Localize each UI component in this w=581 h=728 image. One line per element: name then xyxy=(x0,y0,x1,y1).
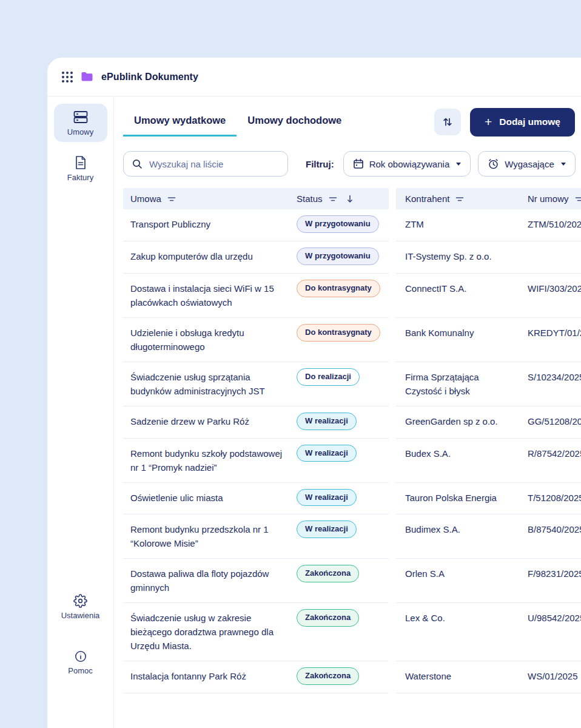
status-badge: W realizacji xyxy=(297,521,357,538)
column-label: Umowa xyxy=(130,194,161,204)
contract-number: ZTM/510/2025 xyxy=(528,219,581,229)
contractor-name: ConnectIT S.A. xyxy=(405,283,466,294)
status-badge: Zakończona xyxy=(297,565,359,582)
contract-name: Dostawa i instalacja sieci WiFi w 15 pla… xyxy=(130,283,274,308)
sidebar-item-label: Pomoc xyxy=(68,666,92,675)
contract-name: Transport Publiczny xyxy=(130,219,210,229)
contractor-name: GreenGarden sp z o.o. xyxy=(405,416,498,426)
contract-number: WS/01/2025 xyxy=(528,671,578,681)
status-badge: Do kontrasygnaty xyxy=(297,324,380,342)
invoice-document-icon xyxy=(74,155,87,170)
sort-order-button[interactable] xyxy=(434,109,461,135)
contractor-name: Lex & Co. xyxy=(405,613,445,623)
contract-number: S/10234/2025 xyxy=(528,372,581,382)
sidebar-item-ustawienia[interactable]: Ustawienia xyxy=(54,588,107,625)
sidebar-item-label: Faktury xyxy=(67,173,93,182)
plus-icon: + xyxy=(485,115,492,128)
table-row[interactable]: Instalacja fontanny Park Róż Zakończona … xyxy=(123,661,581,693)
column-header-umowa[interactable]: Umowa xyxy=(123,188,297,209)
contract-number: R/87542/2025 xyxy=(528,448,581,459)
search-icon xyxy=(132,158,143,169)
contract-number: WIFI/303/2025 xyxy=(528,283,581,294)
chevron-down-icon xyxy=(456,163,461,166)
main-content: Umowy wydatkowe Umowy dochodowe + Dodaj … xyxy=(114,96,581,728)
tab-umowy-dochodowe[interactable]: Umowy dochodowe xyxy=(237,107,352,136)
table-row[interactable]: Zakup komputerów dla urzędu W przygotowa… xyxy=(123,241,581,274)
column-header-kontrahent[interactable]: Kontrahent xyxy=(396,188,520,209)
status-badge: Zakończona xyxy=(297,667,359,685)
contract-name: Świadczenie usług w zakresie bieżącego d… xyxy=(130,613,274,651)
search-box[interactable] xyxy=(123,151,288,177)
status-badge: W przygotowaniu xyxy=(297,248,379,265)
app-header: ePublink Dokumenty xyxy=(47,58,581,96)
calendar-icon xyxy=(353,158,364,169)
sidebar: Umowy Faktury xyxy=(47,96,114,728)
filter-year-dropdown[interactable]: Rok obowiązywania xyxy=(343,151,471,177)
tabs-row: Umowy wydatkowe Umowy dochodowe + Dodaj … xyxy=(123,107,581,136)
search-input[interactable] xyxy=(148,158,280,170)
status-badge: Do realizacji xyxy=(297,368,360,386)
sort-arrows-icon xyxy=(442,116,454,128)
status-badge: W przygotowaniu xyxy=(297,215,379,233)
contractor-name: ZTM xyxy=(405,219,424,229)
table-row[interactable]: Świadczenie usług sprzątania budynków ad… xyxy=(123,362,581,406)
filter-lines-icon xyxy=(328,195,338,203)
table-row[interactable]: Świadczenie usług w zakresie bieżącego d… xyxy=(123,603,581,661)
sidebar-item-umowy[interactable]: Umowy xyxy=(54,104,107,142)
table-row[interactable]: Remont budynku szkoły podstawowej nr 1 “… xyxy=(123,439,581,483)
contractor-name: Budimex S.A. xyxy=(405,524,460,534)
add-contract-label: Dodaj umowę xyxy=(499,116,560,127)
contracts-table: Umowa Status xyxy=(123,188,581,693)
contractor-name: Orlen S.A xyxy=(405,568,445,579)
column-header-nr-umowy[interactable]: Nr umowy xyxy=(520,188,581,209)
table-row[interactable]: Dostawa paliwa dla floty pojazdów gminny… xyxy=(123,559,581,603)
contractor-name: Budex S.A. xyxy=(405,448,451,459)
contractor-name: IT-Systemy Sp. z o.o. xyxy=(405,251,492,261)
contract-name: Zakup komputerów dla urzędu xyxy=(130,251,253,261)
filter-expiring-dropdown[interactable]: Wygasające xyxy=(478,151,576,177)
filter-label: Filtruj: xyxy=(306,159,334,169)
table-row[interactable]: Transport Publiczny W przygotowaniu ZTM … xyxy=(123,209,581,241)
sidebar-item-faktury[interactable]: Faktury xyxy=(54,149,107,187)
tab-umowy-wydatkowe[interactable]: Umowy wydatkowe xyxy=(123,107,237,136)
add-contract-button[interactable]: + Dodaj umowę xyxy=(470,108,575,136)
contracts-icon xyxy=(73,110,89,124)
contract-name: Remont budynku przedszkola nr 1 “Kolorow… xyxy=(130,524,269,548)
filter-row: Filtruj: Rok obowiązywania xyxy=(123,151,581,177)
table-header-row: Umowa Status xyxy=(123,188,581,209)
contract-number: B/87540/2025 xyxy=(528,524,581,534)
contract-name: Dostawa paliwa dla floty pojazdów gminny… xyxy=(130,568,269,593)
contract-number: KREDYT/01/2025 xyxy=(528,328,581,338)
gear-icon xyxy=(73,594,87,608)
table-row[interactable]: Sadzenie drzew w Parku Róż W realizacji … xyxy=(123,406,581,439)
sidebar-item-label: Umowy xyxy=(67,127,93,136)
contract-name: Remont budynku szkoły podstawowej nr 1 “… xyxy=(130,448,282,473)
column-header-status[interactable]: Status xyxy=(297,188,389,209)
contract-name: Instalacja fontanny Park Róż xyxy=(130,671,246,681)
chevron-down-icon xyxy=(561,163,566,166)
table-row[interactable]: Remont budynku przedszkola nr 1 “Kolorow… xyxy=(123,514,581,559)
sidebar-item-label: Ustawienia xyxy=(61,611,100,620)
app-launcher-grid-icon[interactable] xyxy=(62,72,73,83)
filter-lines-icon xyxy=(455,195,465,203)
filter-expiring-label: Wygasające xyxy=(505,159,554,169)
table-rows: Transport Publiczny W przygotowaniu ZTM … xyxy=(123,209,581,693)
contract-number: GG/51208/2025 xyxy=(528,416,581,426)
table-row[interactable]: Dostawa i instalacja sieci WiFi w 15 pla… xyxy=(123,274,581,318)
table-row[interactable]: Udzielenie i obsługa kredytu długotermin… xyxy=(123,318,581,362)
sidebar-item-pomoc[interactable]: Pomoc xyxy=(54,644,107,681)
column-label: Nr umowy xyxy=(528,194,569,204)
contract-number: F/98231/2025 xyxy=(528,568,581,579)
column-label: Kontrahent xyxy=(405,194,449,204)
status-badge: W realizacji xyxy=(297,489,357,507)
contract-name: Oświetlenie ulic miasta xyxy=(130,493,223,503)
contract-name: Świadczenie usług sprzątania budynków ad… xyxy=(130,372,265,396)
contract-name: Udzielenie i obsługa kredytu długotermin… xyxy=(130,328,244,352)
sort-desc-icon xyxy=(346,194,354,204)
table-row[interactable]: Oświetlenie ulic miasta W realizacji Tau… xyxy=(123,483,581,515)
contractor-name: Bank Komunalny xyxy=(405,328,474,338)
status-badge: W realizacji xyxy=(297,413,357,430)
column-label: Status xyxy=(297,194,323,204)
status-badge: W realizacji xyxy=(297,445,357,462)
contractor-name: Tauron Polska Energia xyxy=(405,493,497,503)
